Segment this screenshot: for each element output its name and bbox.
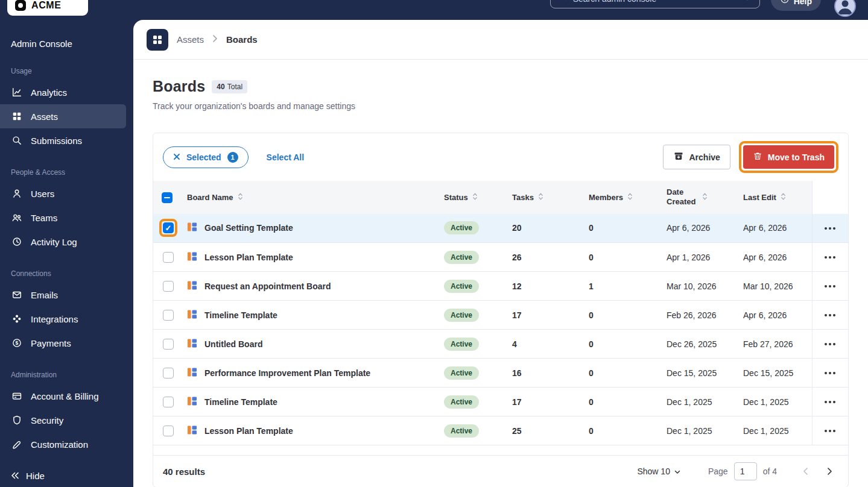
acme-logo[interactable]: ACME	[7, 0, 88, 16]
column-header-last-edit[interactable]: Last Edit	[737, 181, 812, 214]
board-name-link[interactable]: Untitled Board	[187, 338, 432, 350]
status-badge: Active	[444, 366, 479, 380]
board-name-link[interactable]: Lesson Plan Template	[187, 251, 432, 263]
row-menu-button[interactable]	[821, 280, 839, 292]
next-page-button[interactable]	[820, 462, 838, 480]
row-actions-cell	[812, 359, 848, 388]
sidebar-hide-button[interactable]: Hide	[11, 471, 45, 481]
clear-selection-chip[interactable]: Selected 1	[163, 146, 249, 168]
row-checkbox[interactable]	[163, 310, 174, 321]
sidebar-item-activity-log[interactable]: Activity Log	[0, 230, 126, 254]
members-cell: 0	[583, 330, 661, 359]
status-badge: Active	[444, 221, 479, 234]
row-checkbox[interactable]	[163, 252, 174, 263]
page-size-select[interactable]: Show 10	[637, 467, 680, 476]
sidebar-item-customization[interactable]: Customization	[0, 432, 126, 456]
page-number-input[interactable]	[734, 462, 757, 480]
chevron-down-icon	[674, 467, 680, 476]
sidebar-section-administration: Administration	[11, 371, 122, 379]
board-name-link[interactable]: Lesson Plan Template	[187, 425, 432, 437]
sidebar-section-usage: Usage	[11, 67, 122, 75]
row-menu-button[interactable]	[821, 367, 839, 379]
column-header-date-created[interactable]: Date Created	[661, 181, 737, 214]
status-cell: Active	[438, 416, 506, 445]
tasks-cell: 26	[506, 243, 583, 272]
row-checkbox-cell	[153, 330, 181, 359]
customization-icon	[11, 438, 23, 450]
board-icon	[187, 251, 197, 263]
column-header-status[interactable]: Status	[438, 181, 506, 214]
last-edit-cell: Apr 6, 2026	[737, 243, 812, 272]
status-cell: Active	[438, 359, 506, 388]
row-checkbox[interactable]	[163, 426, 174, 436]
sidebar-item-analytics[interactable]: Analytics	[0, 80, 126, 104]
last-edit-cell: Dec 1, 2025	[737, 416, 812, 445]
table-row: Performance Improvement Plan Template Ac…	[153, 359, 848, 388]
date-created-cell: Feb 26, 2026	[661, 301, 737, 330]
column-header-members[interactable]: Members	[583, 181, 661, 214]
help-button[interactable]: ? Help	[771, 0, 821, 11]
select-all-checkbox[interactable]	[162, 192, 173, 203]
status-cell: Active	[438, 301, 506, 330]
sidebar-item-account-billing[interactable]: Account & Billing	[0, 384, 126, 408]
row-checkbox-cell	[153, 416, 181, 445]
sidebar-item-security[interactable]: Security	[0, 408, 126, 432]
row-menu-button[interactable]	[821, 251, 839, 263]
select-all-button[interactable]: Select All	[267, 152, 305, 162]
last-edit-cell: Apr 6, 2026	[737, 214, 812, 243]
breadcrumb-assets[interactable]: Assets	[177, 34, 204, 45]
board-name-link[interactable]: Goal Setting Template	[187, 222, 432, 234]
row-checkbox-cell	[153, 272, 181, 301]
trash-icon	[753, 151, 762, 163]
sidebar-item-emails[interactable]: Emails	[0, 283, 126, 307]
row-checkbox[interactable]	[163, 281, 174, 292]
row-menu-button[interactable]	[821, 396, 839, 408]
user-avatar[interactable]	[834, 0, 856, 17]
status-cell: Active	[438, 330, 506, 359]
column-header-board-name[interactable]: Board Name	[181, 181, 438, 214]
sidebar-item-payments[interactable]: $ Payments	[0, 331, 126, 355]
row-menu-button[interactable]	[821, 425, 839, 437]
board-name-link[interactable]: Timeline Template	[187, 309, 432, 321]
row-menu-button[interactable]	[821, 222, 839, 234]
board-name-link[interactable]: Performance Improvement Plan Template	[187, 367, 432, 379]
sidebar-item-teams[interactable]: Teams	[0, 206, 126, 230]
row-checkbox[interactable]	[163, 222, 174, 233]
sidebar-item-users[interactable]: Users	[0, 181, 126, 206]
move-to-trash-button[interactable]: Move to Trash	[743, 145, 834, 169]
date-created-cell: Apr 6, 2026	[661, 214, 737, 243]
table-row: Goal Setting Template Active 20 0 Apr 6,…	[153, 214, 848, 243]
row-menu-button[interactable]	[821, 309, 839, 321]
column-header-actions	[812, 181, 848, 214]
board-name-cell: Request an Appointment Board	[181, 272, 438, 301]
breadcrumb: Assets Boards	[133, 20, 868, 60]
board-name-link[interactable]: Request an Appointment Board	[187, 280, 432, 292]
sidebar-item-label: Integrations	[31, 314, 78, 324]
assets-grid-icon[interactable]	[147, 29, 168, 51]
page-header: Boards 40 Total Track your organization'…	[133, 60, 868, 111]
date-created-cell: Dec 26, 2025	[661, 330, 737, 359]
previous-page-button[interactable]	[796, 462, 814, 480]
admin-search[interactable]: ?	[550, 0, 760, 8]
row-checkbox[interactable]	[163, 397, 174, 407]
members-cell: 0	[583, 416, 661, 445]
sidebar-item-submissions[interactable]: Submissions	[0, 128, 126, 152]
archive-button[interactable]: Archive	[663, 145, 730, 169]
row-checkbox-cell	[153, 243, 181, 272]
board-name-link[interactable]: Timeline Template	[187, 396, 432, 408]
date-created-cell: Mar 10, 2026	[661, 272, 737, 301]
row-checkbox[interactable]	[163, 339, 174, 350]
sidebar-item-integrations[interactable]: Integrations	[0, 307, 126, 331]
column-header-tasks[interactable]: Tasks	[506, 181, 583, 214]
sort-icon	[702, 192, 708, 203]
row-checkbox[interactable]	[163, 368, 174, 379]
search-input[interactable]	[573, 0, 737, 4]
board-name-cell: Lesson Plan Template	[181, 416, 438, 445]
status-cell: Active	[438, 243, 506, 272]
breadcrumb-boards: Boards	[226, 34, 258, 45]
sidebar-item-assets[interactable]: Assets	[0, 104, 126, 128]
sidebar-item-label: Account & Billing	[31, 391, 99, 401]
search-icon	[558, 0, 568, 4]
board-name-cell: Untitled Board	[181, 330, 438, 359]
row-menu-button[interactable]	[821, 338, 839, 350]
